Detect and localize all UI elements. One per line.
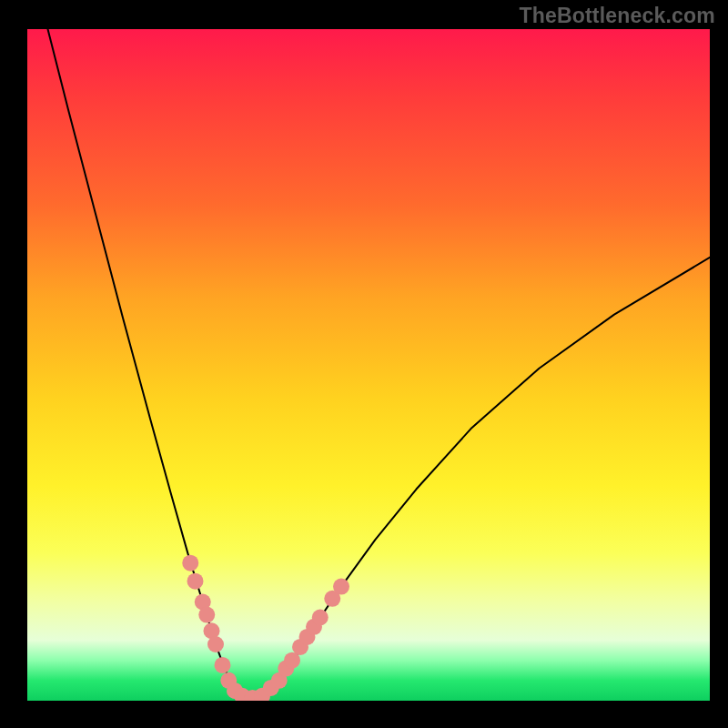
marker-point (198, 607, 215, 623)
marker-point (333, 579, 349, 595)
marker-point (207, 636, 224, 652)
watermark-label: TheBottleneck.com (519, 4, 715, 28)
marker-point (312, 609, 329, 625)
chart-container: TheBottleneck.com (0, 0, 728, 728)
plot-svg (27, 29, 710, 701)
marker-point (215, 657, 231, 673)
marker-point (187, 573, 204, 590)
curve-bottleneck-curve (48, 29, 711, 698)
marker-point (182, 555, 198, 571)
plot-area (27, 29, 710, 701)
